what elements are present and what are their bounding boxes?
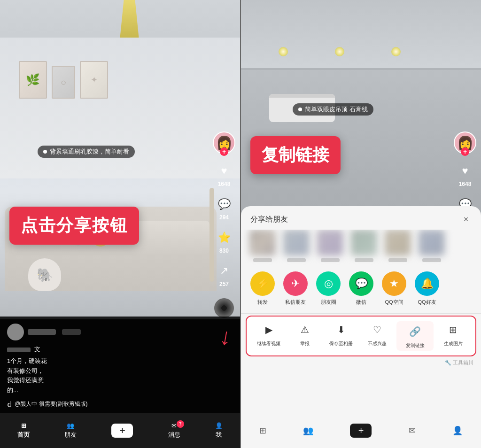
left-cta-text: 点击分享按钮 — [9, 207, 139, 245]
watermark: 🔧 工具箱川 — [241, 356, 481, 366]
messages-icon: ✉ — [171, 422, 177, 429]
share-icons-row: ⚡ 转发 ✈ 私信朋友 ◎ 朋友圈 — [241, 268, 481, 311]
right-follow-button[interactable]: + — [461, 147, 469, 156]
add-button[interactable]: + — [111, 424, 133, 438]
dialog-divider — [241, 313, 481, 314]
share-count: 257 — [219, 281, 229, 287]
message-badge: 7 — [177, 420, 184, 428]
bottom-add-icon: + — [358, 425, 364, 436]
dialog-title: 分享给朋友 — [250, 215, 288, 224]
share-icon-moments[interactable]: ◎ 朋友圈 — [314, 271, 342, 306]
bottom-add-button[interactable]: + — [350, 424, 372, 438]
action-continue[interactable]: ▶ 继续看视频 — [252, 321, 286, 351]
music-text: @颜人中 很需要(副歌剪辑版) — [15, 400, 88, 408]
moments-icon: ◎ — [324, 278, 333, 290]
friend-avatar-5 — [385, 230, 411, 256]
action-report[interactable]: ⚠ 举报 — [288, 321, 322, 351]
ceiling — [241, 0, 481, 70]
like-count: 1648 — [218, 181, 231, 187]
bottom-home[interactable]: ⊞ — [259, 425, 266, 436]
star-icon: ⭐ — [216, 229, 233, 246]
share-icon-wechat[interactable]: 💬 微信 — [347, 271, 375, 306]
save-label: 保存至相册 — [329, 340, 353, 347]
qqzone-label: QQ空间 — [385, 299, 403, 306]
left-phone: 🌿 ○ ✦ 🐘 背景墙通刷乳胶漆，简单耐看 — [0, 0, 240, 448]
bookmark-icon-wrap[interactable]: ⭐ 830 — [216, 229, 233, 254]
left-background: 🌿 ○ ✦ 🐘 — [0, 0, 240, 319]
nav-friends[interactable]: 👥 朋友 — [64, 422, 77, 439]
forward-icon: ⚡ — [256, 278, 269, 290]
light-1 — [279, 47, 288, 56]
album-art — [214, 298, 234, 318]
nav-add[interactable]: + — [111, 424, 133, 438]
moments-label: 朋友圈 — [321, 299, 336, 306]
continue-label: 继续看视频 — [257, 340, 280, 347]
share-icon-qqfriend[interactable]: 🔔 QQ好友 — [413, 271, 441, 306]
user-row — [7, 324, 81, 340]
right-avatar-wrapper[interactable]: 👩 + — [454, 131, 476, 154]
douyin-icon: 𝕕 — [7, 401, 12, 408]
actions-row: ▶ 继续看视频 ⚠ 举报 ⬇ 保存至相册 ♡ 不感兴趣 🔗 复制链接 — [246, 316, 476, 356]
avatar-wrapper[interactable]: 👩 + — [213, 131, 235, 154]
comment-count: 294 — [219, 214, 229, 221]
generate-label: 生成图片 — [444, 340, 463, 347]
bottom-navigation: ⊞ 首页 👥 朋友 + ✉ 消息 7 👤 我 — [0, 413, 240, 448]
nav-home[interactable]: ⊞ 首页 — [17, 422, 30, 439]
bottom-me[interactable]: 👤 — [452, 425, 463, 436]
dislike-label: 不感兴趣 — [368, 340, 387, 347]
bottom-home-icon: ⊞ — [259, 425, 266, 436]
comment-icon-wrap[interactable]: 💬 294 — [216, 196, 233, 221]
action-dislike[interactable]: ♡ 不感兴趣 — [360, 321, 394, 351]
art-frame-3: ✦ — [80, 61, 108, 99]
bottom-friends-icon: 👥 — [303, 425, 313, 436]
bookmark-count: 830 — [219, 247, 229, 254]
friend-item-1[interactable] — [248, 230, 277, 262]
right-tag-dot — [298, 108, 302, 111]
bottom-add[interactable]: + — [350, 424, 372, 438]
dialog-header: 分享给朋友 × — [241, 206, 481, 230]
art-frame-1: 🌿 — [19, 61, 47, 99]
nav-me[interactable]: 👤 我 — [215, 422, 223, 439]
message-icon: ✈ — [291, 278, 300, 290]
friends-icon: 👥 — [67, 422, 74, 429]
friend-item-4[interactable] — [350, 230, 378, 262]
friend-item-5[interactable] — [384, 230, 412, 262]
album-center — [221, 305, 227, 311]
action-generate[interactable]: ⊞ 生成图片 — [436, 321, 470, 351]
friend-item-2[interactable] — [282, 230, 310, 262]
share-icon-wrap[interactable]: ↗ 257 — [216, 263, 233, 287]
friend-item-3[interactable] — [316, 230, 344, 262]
right-tag-pill: 简单双眼皮吊顶 石膏线 — [293, 103, 373, 116]
artwork-area: 🌿 ○ ✦ — [19, 61, 108, 99]
bottom-me-icon: 👤 — [452, 425, 463, 436]
share-icon-forward[interactable]: ⚡ 转发 — [248, 271, 277, 306]
dialog-close-button[interactable]: × — [460, 214, 472, 225]
share-dialog: 分享给朋友 × — [241, 206, 481, 413]
home-icon: ⊞ — [21, 422, 26, 429]
action-save[interactable]: ⬇ 保存至相册 — [325, 321, 358, 351]
friend-item-6[interactable] — [418, 230, 446, 262]
bottom-friends[interactable]: 👥 — [303, 425, 313, 436]
share-icon-qqzone[interactable]: ★ QQ空间 — [380, 271, 408, 306]
art-frame-2: ○ — [52, 66, 75, 99]
home-label: 首页 — [17, 431, 30, 439]
friend-avatar-6 — [419, 230, 445, 256]
qqfriend-label: QQ好友 — [418, 299, 436, 306]
follow-button[interactable]: + — [220, 147, 228, 156]
share-icon-message[interactable]: ✈ 私信朋友 — [281, 271, 310, 306]
messages-label: 消息 — [168, 431, 180, 439]
report-icon: ⚠ — [296, 321, 313, 338]
nav-messages[interactable]: ✉ 消息 7 — [168, 422, 180, 439]
tag-dot — [43, 150, 47, 154]
comment-icon: 💬 — [216, 196, 233, 213]
dislike-icon: ♡ — [369, 321, 386, 338]
action-copy-link[interactable]: 🔗 复制链接 — [396, 321, 434, 351]
left-tag-pill: 背景墙通刷乳胶漆，简单耐看 — [38, 146, 135, 158]
right-like-wrap[interactable]: ♥ 1648 — [457, 162, 473, 187]
bottom-messages[interactable]: ✉ — [409, 425, 416, 436]
friends-label: 朋友 — [64, 431, 77, 439]
watermark-text: 🔧 — [445, 360, 453, 365]
left-tag-text: 背景墙通刷乳胶漆，简单耐看 — [50, 147, 129, 156]
like-icon-wrap[interactable]: ♥ 1648 — [216, 162, 233, 187]
video-description: 文 1个月，硬装花 有装修公司， 我觉得还满意 的... — [7, 345, 214, 395]
